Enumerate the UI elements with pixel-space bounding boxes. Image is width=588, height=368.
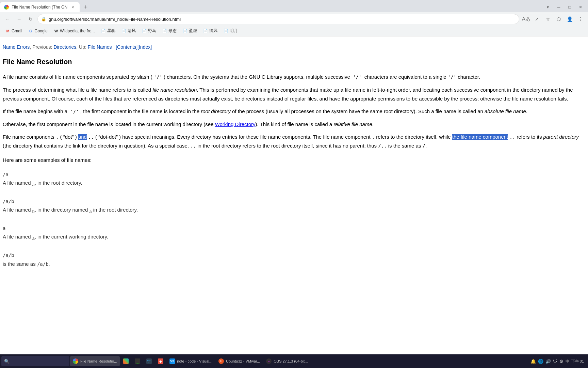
examples-intro: Here are some examples of file names: [3,156,588,165]
page-content: Name Errors, Previous: Directories, Up: … [0,36,588,355]
example-4-text: /a/b [3,251,588,260]
maximize-button[interactable]: □ [565,2,574,12]
address-bar-row: ← → ↻ 🔒 gnu.org/software/libc/manual/htm… [0,12,588,26]
nav-index-link[interactable]: [Index] [137,44,152,50]
tab-search-button[interactable]: ▾ [543,2,553,12]
minimize-button[interactable]: ─ [554,2,564,12]
translate-icon[interactable]: Aあ [521,14,531,24]
example-1-text: /a [3,170,588,179]
page-navigation: Name Errors, Previous: Directories, Up: … [3,43,588,51]
bookmark-mingyue-label: 明月 [230,28,238,34]
close-button[interactable]: ✕ [576,2,585,12]
paragraph-1: A file name consists of file name compon… [3,73,588,81]
xingchi-favicon: 📄 [101,29,106,33]
bookmark-gmail[interactable]: M Gmail [3,28,25,34]
nav-contents-link[interactable]: [Contents] [116,44,137,50]
text-selection: and [78,134,87,140]
xingtai-favicon: 📄 [162,29,167,33]
example-3-sub: a [32,236,35,241]
gmail-favicon: M [5,29,10,33]
example-4: /a/b is the same as /a/b. [3,251,588,269]
yufeng-favicon: 📄 [203,29,208,33]
examples-list: /a A file named a, in the root directory… [3,170,588,269]
example-3: a A file named a, in the current working… [3,224,588,243]
bookmark-xingtai-label: 形态 [168,28,177,34]
working-directory-link[interactable]: Working Directory [215,121,256,127]
address-text: gnu.org/software/libc/manual/html_node/F… [49,17,181,22]
bookmark-xingchi[interactable]: 📄 星驰 [98,27,118,35]
taskbar: 🔍 File Name Resolutio... _ 🛡 ◆ VS note -… [0,354,588,355]
tab-title: File Name Resolution (The GN [12,5,67,10]
bookmark-qingfeng[interactable]: 📄 清风 [119,27,138,35]
wikipedia-favicon: W [54,29,59,33]
example-2: /a/b A file named b, in the directory na… [3,197,588,216]
bookmark-xingtai[interactable]: 📄 形态 [160,27,179,35]
bookmark-yufeng-label: 御风 [209,28,217,34]
nav-up-link[interactable]: File Names [88,44,112,50]
profile-icon[interactable]: 👤 [565,14,574,24]
bookmark-wikipedia-label: Wikipedia, the fre... [60,29,95,33]
nav-next-link[interactable]: Name Errors [3,44,30,50]
bookmark-qingfeng-label: 清风 [128,28,136,34]
toolbar-icons: Aあ ↗ ☆ ⬡ 👤 ⋮ [521,14,585,24]
extension-icon[interactable]: ⬡ [554,14,564,24]
tab-bar: File Name Resolution (The GN ✕ + ▾ ─ □ ✕ [0,0,588,12]
bookmark-yema[interactable]: 📄 野马 [139,27,159,35]
active-tab[interactable]: File Name Resolution (The GN ✕ [0,2,80,12]
example-2-text: /a/b [3,197,588,206]
yema-favicon: 📄 [142,29,147,33]
bookmark-mingyue[interactable]: 📄 明月 [221,27,241,35]
reload-button[interactable]: ↻ [26,14,35,24]
tab-favicon [4,5,9,10]
address-bar[interactable]: 🔒 gnu.org/software/libc/manual/html_node… [37,14,519,24]
bookmark-yingxu-label: 盈虚 [189,28,197,34]
bookmark-wikipedia[interactable]: W Wikipedia, the fre... [51,28,98,34]
paragraph-2: The process of determining what file a f… [3,86,588,103]
bookmark-icon[interactable]: ☆ [543,14,553,24]
bookmark-gmail-label: Gmail [12,29,22,33]
bookmarks-bar: M Gmail G Google W Wikipedia, the fre...… [0,26,588,36]
mingyue-favicon: 📄 [224,29,228,33]
bookmark-xingchi-label: 星驰 [107,28,115,34]
menu-icon[interactable]: ⋮ [576,14,585,24]
page-title: File Name Resolution [3,56,588,67]
forward-button[interactable]: → [14,14,24,24]
example-2-desc: A file named b, in the directory named a… [3,205,588,215]
qingfeng-favicon: 📄 [121,29,126,33]
paragraph-4: Otherwise, the first component in the fi… [3,120,588,129]
bookmark-google[interactable]: G Google [26,28,50,34]
example-1-sub: a [32,182,35,187]
paragraph-3: If the file name begins with a '/' , the… [3,107,588,116]
tab-close-button[interactable]: ✕ [70,4,76,10]
bookmark-yema-label: 野马 [148,28,156,34]
tab-right-controls: ▾ ─ □ ✕ [543,2,588,12]
google-favicon: G [28,29,33,33]
back-button[interactable]: ← [3,14,12,24]
text-selection-2: the file name component [452,134,508,140]
browser-chrome: File Name Resolution (The GN ✕ + ▾ ─ □ ✕… [0,0,588,36]
example-3-desc: A file named a, in the current working d… [3,232,588,242]
bookmark-google-label: Google [34,29,48,33]
example-3-text: a [3,224,588,233]
new-tab-button[interactable]: + [81,2,91,12]
yingxu-favicon: 📄 [183,29,187,33]
bookmark-yufeng[interactable]: 📄 御风 [200,27,220,35]
example-2-sub: b [32,209,35,214]
share-icon[interactable]: ↗ [532,14,542,24]
security-lock-icon: 🔒 [41,17,46,21]
nav-prev-link[interactable]: Directories [53,44,76,50]
bookmark-yingxu[interactable]: 📄 盈虚 [180,27,200,35]
example-2-sub2: a [89,209,92,214]
example-1: /a A file named a, in the root directory… [3,170,588,189]
paragraph-5: File name components . ( “dot” ) and .. … [3,133,588,150]
example-1-desc: A file named a, in the root directory. [3,179,588,188]
example-4-desc: is the same as /a/b. [3,260,588,269]
